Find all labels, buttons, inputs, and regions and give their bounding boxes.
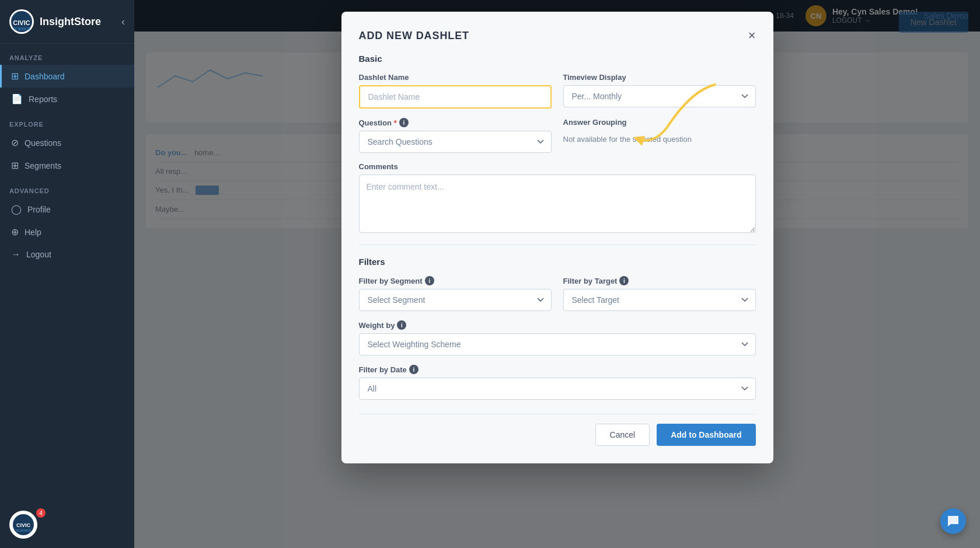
filter-date-info-icon: i [409,365,418,374]
comments-label: Comments [359,162,756,171]
sidebar-item-help[interactable]: ⊕ Help [0,221,134,243]
timeview-display-select[interactable]: Per... Monthly [563,85,756,107]
timeview-display-group: Timeview Display Per... Monthly [563,73,756,109]
filter-segment-group: Filter by Segment i Select Segment [359,276,552,311]
advanced-section-label: ADVANCED [0,177,134,198]
comments-group: Comments [359,162,756,233]
dashlet-name-input[interactable] [359,85,552,109]
sidebar: CIVIC SCIENCE InsightStore ‹ ANALYZE ⊞ D… [0,0,134,548]
form-row-1: Dashlet Name Timeview Display Per... Mon… [359,73,756,109]
sidebar-item-dashboard-label: Dashboard [25,72,65,81]
sidebar-item-segments-label: Segments [25,161,61,170]
filter-target-group: Filter by Target i Select Target [563,276,756,311]
questions-icon: ⊘ [11,137,19,148]
help-icon: ⊕ [11,226,19,238]
sidebar-item-segments[interactable]: ⊞ Segments [0,154,134,177]
filter-segment-select[interactable]: Select Segment [359,289,552,311]
chat-icon [947,515,960,528]
weight-by-info-icon: i [397,320,406,330]
svg-text:SCIENCE: SCIENCE [12,27,30,31]
modal-header: ADD NEW DASHLET × [359,29,756,42]
sidebar-item-profile[interactable]: ◯ Profile [0,198,134,221]
profile-icon: ◯ [11,204,22,215]
filter-target-info-icon: i [619,276,629,285]
modal: ADD NEW DASHLET × Basic Dashlet Name Tim… [341,12,773,463]
app-logo-text: InsightStore [40,16,101,28]
comments-textarea[interactable] [359,174,756,233]
filter-row: Filter by Segment i Select Segment Filte… [359,276,756,311]
chat-bubble-button[interactable] [940,508,966,534]
weight-by-group: Weight by i Select Weighting Scheme [359,320,756,355]
sidebar-item-logout[interactable]: → Logout [0,243,134,266]
explore-section-label: EXPLORE [0,110,134,131]
sidebar-bottom: CIVIC SCIENCE 4 [0,511,134,548]
logout-icon: → [11,249,20,260]
main-content: Men 18-34 Women 18-34 CN Hey, Cyn Sales … [134,0,980,548]
question-label: Question * i [359,118,552,127]
filter-date-label: Filter by Date i [359,365,756,374]
modal-footer: Cancel Add to Dashboard [359,414,756,446]
section-divider [359,245,756,245]
dashlet-name-label: Dashlet Name [359,73,552,82]
filter-date-select[interactable]: All [359,378,756,400]
civic-logo-small: CIVIC SCIENCE [9,511,37,539]
question-info-icon: i [399,118,409,127]
svg-text:SCIENCE: SCIENCE [16,529,32,532]
sidebar-item-profile-label: Profile [27,205,51,214]
dashboard-icon: ⊞ [11,71,19,82]
sidebar-item-questions[interactable]: ⊘ Questions [0,131,134,154]
question-select[interactable]: Search Questions [359,131,552,153]
sidebar-item-logout-label: Logout [26,250,51,259]
reports-icon: 📄 [11,93,23,104]
cancel-button[interactable]: Cancel [595,424,650,446]
modal-close-button[interactable]: × [748,29,756,42]
form-row-2: Question * i Search Questions Answer Gro… [359,118,756,153]
notification-badge: 4 [36,508,46,518]
timeview-display-label: Timeview Display [563,73,756,82]
logo-icon: CIVIC SCIENCE [9,9,34,34]
sidebar-civic-logo-container: CIVIC SCIENCE 4 [0,511,134,539]
filter-segment-label: Filter by Segment i [359,276,552,285]
svg-text:CIVIC: CIVIC [13,19,30,26]
answer-grouping-group: Answer Grouping Not available for the se… [563,118,756,153]
svg-text:CIVIC: CIVIC [16,522,31,528]
modal-title: ADD NEW DASHLET [359,30,470,42]
analyze-section-label: ANALYZE [0,44,134,65]
filter-date-group: Filter by Date i All [359,365,756,400]
question-group: Question * i Search Questions [359,118,552,153]
filter-target-select[interactable]: Select Target [563,289,756,311]
answer-grouping-text: Not available for the selected question [563,130,756,144]
answer-grouping-label: Answer Grouping [563,118,756,127]
civic-logo-notification: CIVIC SCIENCE 4 [9,511,43,539]
sidebar-item-help-label: Help [25,228,41,237]
add-to-dashboard-button[interactable]: Add to Dashboard [657,424,755,446]
filter-target-label: Filter by Target i [563,276,756,285]
filter-segment-info-icon: i [425,276,434,285]
required-star: * [394,118,397,127]
sidebar-item-reports[interactable]: 📄 Reports [0,88,134,110]
filters-section-label: Filters [359,257,756,267]
weight-by-select[interactable]: Select Weighting Scheme [359,333,756,355]
basic-section-label: Basic [359,54,756,64]
dashlet-name-group: Dashlet Name [359,73,552,109]
sidebar-logo: CIVIC SCIENCE InsightStore ‹ [0,0,134,44]
modal-overlay: ADD NEW DASHLET × Basic Dashlet Name Tim… [134,0,980,548]
segments-icon: ⊞ [11,160,19,171]
sidebar-item-questions-label: Questions [25,138,61,148]
sidebar-item-dashboard[interactable]: ⊞ Dashboard [0,65,134,88]
sidebar-collapse-button[interactable]: ‹ [121,16,125,28]
weight-by-label: Weight by i [359,320,756,330]
sidebar-item-reports-label: Reports [29,95,57,104]
